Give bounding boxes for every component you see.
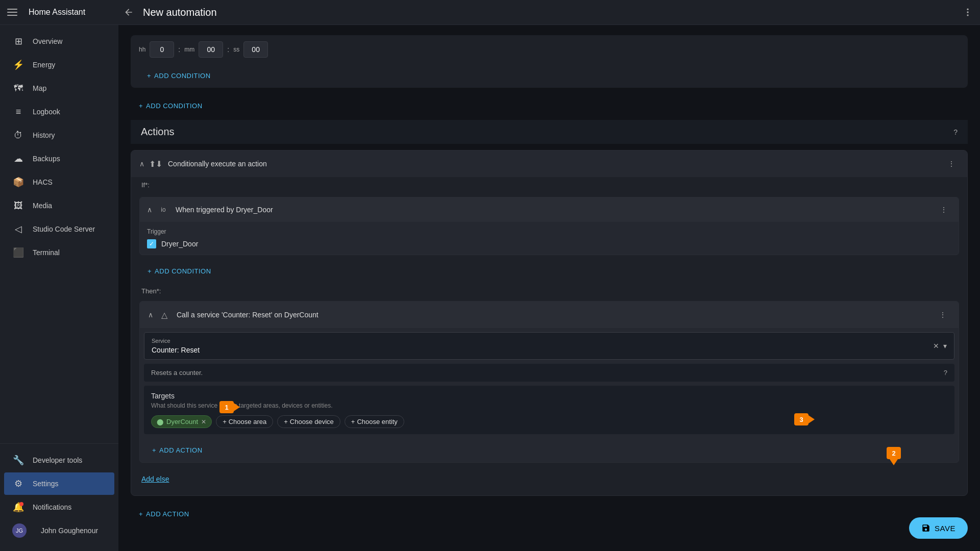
ss-input[interactable] — [243, 41, 268, 58]
trigger-checkbox[interactable]: ✓ — [147, 239, 156, 248]
page-title: New automation — [139, 7, 955, 18]
sidebar-item-label: Settings — [33, 480, 59, 488]
more-options-button[interactable] — [955, 0, 980, 25]
service-description-text: Resets a counter. — [151, 369, 203, 377]
separator1: : — [178, 45, 180, 54]
service-more-button[interactable]: ⋮ — [935, 309, 950, 321]
targets-section: Targets What should this service use as … — [144, 386, 954, 434]
add-action-button-1[interactable]: + ADD ACTION — [144, 442, 211, 458]
collapse-trigger-button[interactable]: ∧ — [147, 206, 152, 214]
plus-area-icon: + — [223, 418, 227, 425]
trigger-icon: io — [156, 203, 170, 217]
sidebar-item-terminal[interactable]: ⬛ Terminal — [4, 241, 114, 264]
target-tag-remove-button[interactable]: ✕ — [201, 418, 206, 425]
terminal-icon: ⬛ — [12, 246, 24, 259]
hh-input[interactable] — [150, 41, 174, 58]
arrow-3-badge: 3 — [794, 413, 808, 425]
sidebar-item-hacs[interactable]: 📦 HACS — [4, 171, 114, 193]
add-condition-row-3-wrapper: + ADD CONDITION — [131, 259, 967, 283]
back-button[interactable] — [118, 0, 139, 25]
svg-point-3 — [967, 9, 968, 10]
add-else-row: 1 Add else — [131, 467, 967, 495]
sidebar-item-settings[interactable]: ⚙ Settings — [4, 472, 114, 495]
time-row: hh : mm : ss — [131, 35, 968, 64]
trigger-card: ∧ io When triggered by Dryer_Door ⋮ Trig… — [139, 197, 959, 255]
plus-icon-1: + — [147, 72, 151, 80]
media-icon: 🖼 — [12, 199, 24, 212]
add-condition-button-2[interactable]: + ADD CONDITION — [131, 98, 211, 114]
time-card: hh : mm : ss + ADD CONDITION — [131, 35, 968, 88]
hamburger-menu-button[interactable] — [0, 0, 24, 25]
avatar: JG — [12, 523, 27, 538]
choose-device-button[interactable]: + Choose device — [277, 415, 340, 428]
sidebar-item-overview[interactable]: ⊞ Overview — [4, 30, 114, 53]
sidebar-item-history[interactable]: ⏱ History — [4, 124, 114, 146]
svg-point-5 — [967, 14, 968, 16]
plus-entity-icon: + — [351, 418, 355, 425]
choose-area-button[interactable]: + Choose area — [216, 415, 273, 428]
target-tag-dyercount: ⬤ DyerCount ✕ — [151, 415, 212, 428]
conditionally-execute-header: ∧ ⬆⬇ Conditionally execute an action ⋮ — [131, 151, 967, 177]
add-condition-button-1[interactable]: + ADD CONDITION — [139, 68, 219, 84]
add-condition-label-1: ADD CONDITION — [154, 72, 211, 80]
sidebar-item-map[interactable]: 🗺 Map — [4, 77, 114, 99]
add-action-label-1: ADD ACTION — [159, 446, 202, 454]
map-icon: 🗺 — [12, 82, 24, 94]
arrow-3-annotation: 3 — [794, 413, 815, 425]
history-icon: ⏱ — [12, 129, 24, 141]
choose-entity-button[interactable]: + Choose entity — [345, 415, 404, 428]
studio-code-icon: ◁ — [12, 223, 24, 235]
then-label: Then*: — [131, 283, 967, 299]
choose-area-label: Choose area — [229, 418, 266, 425]
sidebar-nav: ⊞ Overview ⚡ Energy 🗺 Map ≡ Logbook ⏱ Hi… — [0, 25, 118, 443]
plus-icon-3: + — [148, 267, 152, 275]
save-button[interactable]: SAVE — [909, 517, 968, 539]
trigger-more-button[interactable]: ⋮ — [936, 204, 951, 216]
service-call-card: ∧ △ Call a service 'Counter: Reset' on D… — [139, 301, 959, 463]
sidebar-item-label: Terminal — [33, 248, 60, 257]
sidebar-item-developer-tools[interactable]: 🔧 Developer tools — [4, 449, 114, 471]
mm-input[interactable] — [199, 41, 223, 58]
sidebar-item-label: History — [33, 131, 55, 139]
sidebar-bottom: 🔧 Developer tools ⚙ Settings 🔔 Notificat… — [0, 443, 118, 551]
sidebar-item-media[interactable]: 🖼 Media — [4, 194, 114, 217]
add-action-button-2[interactable]: + ADD ACTION — [131, 506, 198, 522]
sidebar-item-energy[interactable]: ⚡ Energy — [4, 54, 114, 76]
add-condition-button-3[interactable]: + ADD CONDITION — [139, 263, 219, 279]
collapse-conditionally-button[interactable]: ∧ — [139, 160, 144, 168]
arrow-2-annotation: 2 — [887, 447, 901, 465]
sidebar-item-logbook[interactable]: ≡ Logbook — [4, 101, 114, 123]
backups-icon: ☁ — [12, 153, 24, 165]
svg-point-4 — [967, 11, 968, 13]
conditionally-more-button[interactable]: ⋮ — [944, 158, 959, 170]
sidebar-item-backups[interactable]: ☁ Backups — [4, 147, 114, 170]
sidebar-item-studio-code-server[interactable]: ◁ Studio Code Server — [4, 218, 114, 240]
trigger-value: Dryer_Door — [161, 240, 198, 248]
collapse-service-button[interactable]: ∧ — [148, 311, 153, 319]
service-clear-button[interactable]: ✕ — [933, 342, 939, 350]
mm-label: mm — [184, 46, 194, 53]
sidebar-item-notifications[interactable]: 🔔 Notifications — [4, 496, 114, 518]
service-description-help[interactable]: ? — [944, 369, 947, 377]
add-condition-label-3: ADD CONDITION — [155, 267, 211, 275]
sidebar-item-label: Notifications — [33, 503, 71, 511]
add-condition-label-2: ADD CONDITION — [146, 102, 203, 110]
targets-tags-row: 3 ⬤ DyerCount ✕ + Choose area + Choos — [151, 415, 947, 428]
sidebar-item-label: Studio Code Server — [33, 225, 95, 233]
ss-label: ss — [233, 46, 239, 53]
add-else-link[interactable]: Add else — [141, 471, 169, 487]
arrow-1-annotation: 1 — [131, 475, 131, 487]
arrow-1-fixed-annotation: 1 — [219, 401, 240, 413]
hh-label: hh — [139, 46, 145, 53]
plus-device-icon: + — [284, 418, 288, 425]
choose-device-label: Choose device — [290, 418, 334, 425]
sidebar-item-label: Energy — [33, 61, 55, 69]
trigger-card-body: Trigger ✓ Dryer_Door — [140, 222, 959, 255]
targets-label: Targets — [151, 392, 947, 400]
plus-action-icon-2: + — [139, 510, 143, 518]
sidebar-item-profile[interactable]: JG John Goughenour — [4, 519, 114, 542]
add-condition-row-1: + ADD CONDITION — [131, 64, 968, 88]
service-title: Call a service 'Counter: Reset' on DyerC… — [177, 311, 935, 319]
logbook-icon: ≡ — [12, 106, 24, 118]
actions-help-icon[interactable]: ? — [953, 128, 958, 136]
